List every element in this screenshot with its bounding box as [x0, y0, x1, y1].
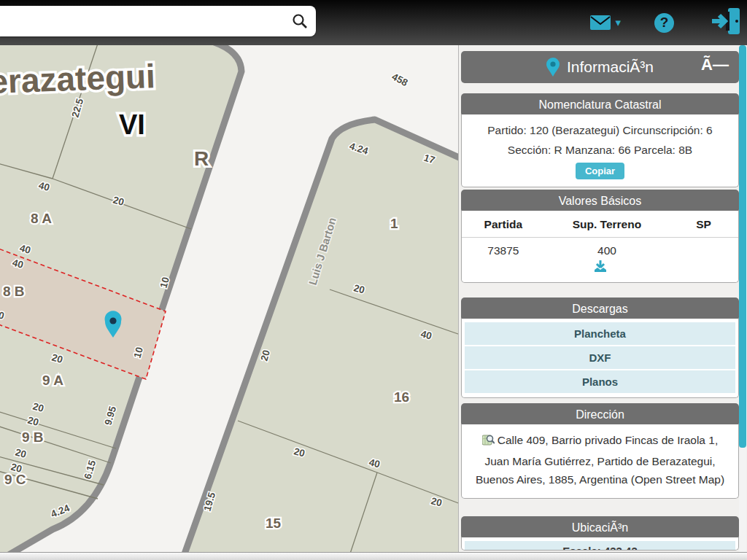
- copy-button[interactable]: Copiar: [576, 163, 624, 179]
- nomenclatura-body: Partido: 120 (Berazategui) Circunscripci…: [461, 114, 739, 187]
- search-input[interactable]: [9, 9, 289, 34]
- panel-header: InformaciÃ³n Ã—: [461, 51, 739, 83]
- section-header-valores: Valores Básicos: [461, 190, 739, 213]
- cell-sup-terreno: 400: [545, 238, 670, 260]
- search-icon[interactable]: [291, 12, 309, 30]
- section-header-ubicacion: UbicaciÃ³n: [461, 516, 739, 540]
- map-label-section: R: [194, 147, 209, 170]
- map-label-town: erazategui: [0, 57, 156, 101]
- col-partida: Partida: [462, 211, 545, 238]
- info-panel: InformaciÃ³n Ã— Nomenclatura Catastral P…: [458, 45, 747, 560]
- descargas-body: Plancheta DXF Planos: [461, 319, 739, 398]
- search-box: [0, 6, 316, 36]
- messages-menu[interactable]: ▾: [590, 15, 621, 30]
- direccion-text: Calle 409, Barrio privado Fincas de Irao…: [476, 434, 724, 486]
- map-search-icon: [482, 433, 495, 452]
- table-row: 73875 400: [462, 238, 738, 260]
- col-sp: SP: [669, 211, 738, 238]
- help-icon[interactable]: ?: [654, 13, 674, 33]
- ubicacion-body: Escala: 433.43: [461, 537, 739, 551]
- section-header-direccion: Dirección: [461, 403, 739, 427]
- cell-partida: 73875: [462, 238, 545, 260]
- envelope-icon: [590, 15, 611, 30]
- map-label-dim: 458: [390, 71, 410, 88]
- download-planos[interactable]: Planos: [465, 370, 735, 393]
- panel-title: InformaciÃ³n: [567, 58, 654, 76]
- section-header-nomenclatura: Nomenclatura Catastral: [461, 93, 739, 117]
- col-sup-terreno: Sup. Terreno: [545, 211, 670, 238]
- map-label-parcel: 1: [390, 216, 398, 231]
- pin-icon: [546, 58, 560, 77]
- map-label-parcel: 8 B: [3, 284, 25, 299]
- valores-body: Partida Sup. Terreno SP 73875 400: [461, 211, 739, 283]
- map-label-parcel: 9 B: [22, 429, 44, 445]
- chevron-down-icon: ▾: [615, 16, 621, 29]
- download-plancheta[interactable]: Plancheta: [465, 322, 735, 345]
- map-label-parcel: 8 A: [31, 211, 52, 226]
- map-label-parcel: 9 C: [4, 472, 26, 487]
- close-icon[interactable]: Ã—: [701, 55, 729, 74]
- download-dxf[interactable]: DXF: [465, 346, 735, 369]
- ubicacion-clipped-row: Escala: 433.43: [465, 541, 735, 551]
- valores-table: Partida Sup. Terreno SP 73875 400: [462, 211, 738, 259]
- direccion-body: Calle 409, Barrio privado Fincas de Irao…: [461, 424, 739, 499]
- nomenclatura-line1: Partido: 120 (Berazategui) Circunscripci…: [462, 114, 738, 140]
- map-label-roman: VI: [119, 109, 145, 140]
- section-header-descargas: Descargas: [461, 298, 739, 321]
- cell-sp: [669, 238, 738, 260]
- download-icon[interactable]: [593, 260, 608, 276]
- map-label-parcel: 16: [394, 389, 409, 405]
- exit-door-icon[interactable]: [711, 5, 743, 40]
- top-navigation-bar: ▾ ?: [0, 0, 747, 45]
- nomenclatura-line2: Sección: R Manzana: 66 Parcela: 8B: [462, 140, 738, 160]
- map-label-parcel: 15: [266, 516, 282, 531]
- panel-scrollbar-thumb[interactable]: [739, 45, 746, 448]
- map-label-parcel: 9 A: [42, 373, 63, 388]
- bottom-scrollbar[interactable]: [0, 552, 747, 560]
